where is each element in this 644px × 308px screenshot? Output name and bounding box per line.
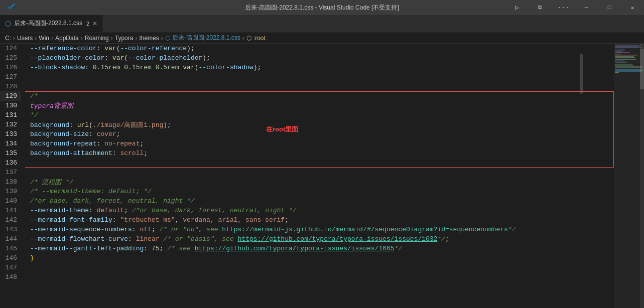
code-line-140: /*or base, dark, forest, neutral, night … xyxy=(30,196,614,206)
minimap-scrollbar[interactable] xyxy=(640,44,644,308)
code-line-131: */ xyxy=(30,110,614,120)
breadcrumb-item[interactable]: Win xyxy=(39,35,49,42)
minimap-scrollbar-thumb[interactable] xyxy=(640,49,644,89)
code-line-141: --mermaid-theme: default; /*or base, dar… xyxy=(30,206,614,215)
breadcrumb-themes[interactable]: themes xyxy=(139,35,159,42)
code-line-125: --placeholder-color: var(--color-placeho… xyxy=(30,53,614,63)
code-line-130: typora背景图 xyxy=(30,101,614,110)
breadcrumb-file[interactable]: 后来-高圆圆-2022.8.1.css xyxy=(172,34,240,42)
minimize-button[interactable]: ─ xyxy=(575,0,598,15)
code-line-133: background-size: cover; xyxy=(30,129,614,139)
vscode-icon xyxy=(0,0,24,15)
close-button[interactable]: ✕ xyxy=(621,0,644,15)
code-line-146: } xyxy=(30,253,614,263)
code-line-136 xyxy=(30,158,614,168)
scrollbar-thumb[interactable] xyxy=(580,54,583,94)
minimap-content xyxy=(614,44,644,75)
breadcrumb-item[interactable]: Users xyxy=(17,35,33,42)
editor-area[interactable]: 124 125 126 127 128 129 130 131 132 133 … xyxy=(0,44,614,308)
code-line-148 xyxy=(30,272,614,282)
window-controls[interactable]: ▷ ⧉ ··· ─ □ ✕ xyxy=(505,0,644,15)
line-numbers: 124 125 126 127 128 129 130 131 132 133 … xyxy=(0,44,25,308)
code-editor-content[interactable]: --reference-color: var(--color-reference… xyxy=(25,44,614,308)
breadcrumb-item[interactable]: C: xyxy=(5,35,11,42)
title-bar-left xyxy=(0,0,24,15)
maximize-button[interactable]: □ xyxy=(598,0,621,15)
tab-bar: ⬡ 后来-高圆圆-2022.8.1.css 2 ✕ xyxy=(0,15,644,33)
main-editor: 124 125 126 127 128 129 130 131 132 133 … xyxy=(0,44,644,308)
code-line-127 xyxy=(30,72,614,82)
code-line-134: background-repeat: no-repeat; xyxy=(30,139,614,148)
code-line-144: --mermaid-flowchart-curve: linear /* or … xyxy=(30,234,614,244)
editor-tab[interactable]: ⬡ 后来-高圆圆-2022.8.1.css 2 ✕ xyxy=(0,15,103,32)
title-bar: 后来-高圆圆-2022.8.1.css - Visual Studio Code… xyxy=(0,0,644,15)
breadcrumb-item[interactable]: Typora xyxy=(115,35,134,42)
breadcrumb: C: › Users › Win › AppData › Roaming › T… xyxy=(0,33,644,44)
window-title: 后来-高圆圆-2022.8.1.css - Visual Studio Code… xyxy=(245,4,399,12)
code-line-139: /* --mermaid-theme: default; */ xyxy=(30,187,614,196)
breadcrumb-item[interactable]: Roaming xyxy=(85,35,109,42)
code-line-135: background-attachment: scroll; xyxy=(30,148,614,158)
breadcrumb-item[interactable]: AppData xyxy=(55,35,79,42)
code-line-124: --reference-color: var(--color-reference… xyxy=(30,44,614,53)
code-line-138: /* 流程图 */ xyxy=(30,177,614,187)
code-line-129: /* xyxy=(30,91,614,101)
css-file-icon: ⬡ xyxy=(5,20,11,28)
code-line-128 xyxy=(30,82,614,91)
code-line-126: --block-shadow: 0.15rem 0.15rem 0.5rem v… xyxy=(30,63,614,72)
split-editor-icon[interactable]: ⧉ xyxy=(529,0,552,15)
code-line-147 xyxy=(30,263,614,272)
run-icon[interactable]: ▷ xyxy=(505,0,529,15)
code-line-143: --mermaid-sequence-numbers: off; /* or "… xyxy=(30,225,614,234)
unsaved-indicator: 2 xyxy=(86,21,89,27)
breadcrumb-selector[interactable]: :root xyxy=(253,35,266,42)
more-actions-icon[interactable]: ··· xyxy=(552,0,575,15)
code-line-142: --mermaid-font-family: "trebuchet ms", v… xyxy=(30,215,614,225)
code-line-145: --mermaid--gantt-left-padding: 75; /* se… xyxy=(30,244,614,253)
breadcrumb-file-icon: ⬡ xyxy=(165,35,170,42)
minimap xyxy=(614,44,644,308)
tab-label: 后来-高圆圆-2022.8.1.css xyxy=(14,19,82,28)
code-line-132: background: url(./image/高圆圆1.png); xyxy=(30,120,614,129)
tab-close-button[interactable]: ✕ xyxy=(92,20,97,27)
breadcrumb-selector-icon: ⬡ xyxy=(246,35,251,42)
code-line-137 xyxy=(30,168,614,177)
scrollbar-track[interactable] xyxy=(579,44,584,308)
